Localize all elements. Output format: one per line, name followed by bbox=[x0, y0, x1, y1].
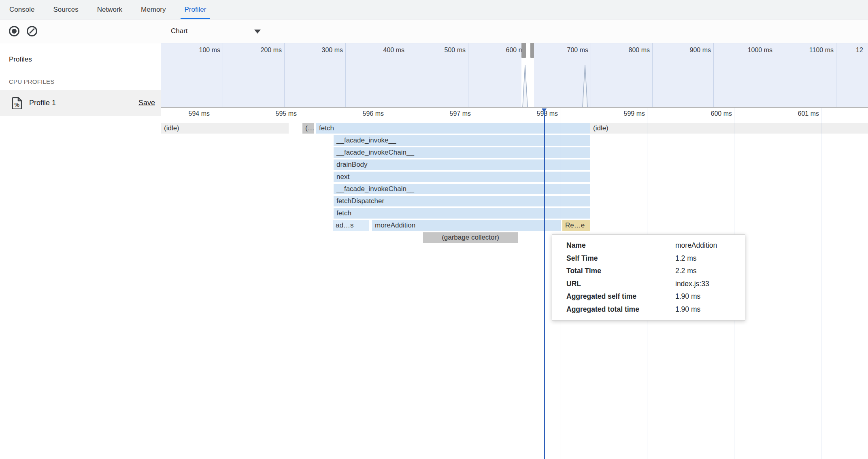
tab-network[interactable]: Network bbox=[93, 0, 126, 19]
cpu-activity-spike bbox=[522, 64, 528, 108]
ruler-tick-label: 594 ms bbox=[161, 110, 210, 117]
playhead-line bbox=[544, 108, 545, 459]
svg-text:%: % bbox=[15, 102, 20, 108]
flame-frame[interactable]: __facade_invoke__ bbox=[334, 135, 590, 146]
profile-list-item[interactable]: % Profile 1 Save bbox=[0, 90, 161, 116]
tooltip-row: Total Time2.2 ms bbox=[566, 265, 745, 278]
view-mode-dropdown[interactable]: Chart bbox=[171, 25, 264, 37]
playhead-marker-icon bbox=[542, 108, 547, 113]
profiles-sidebar: Profiles CPU PROFILES % Profile 1 Save bbox=[0, 19, 161, 459]
flame-gridline bbox=[386, 108, 386, 459]
overview-gridline bbox=[223, 43, 223, 107]
flame-frame[interactable]: (idle) bbox=[590, 123, 868, 134]
overview-tick-label: 900 ms bbox=[666, 47, 711, 54]
flame-frame[interactable]: drainBody bbox=[334, 159, 590, 170]
tooltip-row-value: 1.90 ms bbox=[675, 303, 745, 316]
tab-profiler[interactable]: Profiler bbox=[181, 0, 211, 19]
tooltip-row-label: Aggregated total time bbox=[566, 303, 675, 316]
profiler-main-panel: Chart 100 ms200 ms300 ms400 ms500 ms600 … bbox=[161, 19, 868, 459]
tab-console[interactable]: Console bbox=[5, 0, 38, 19]
overview-gridline bbox=[284, 43, 285, 107]
tooltip-row: Aggregated total time1.90 ms bbox=[566, 303, 745, 316]
overview-tick-label: 600 ms bbox=[483, 47, 527, 54]
frame-tooltip: NamemoreAdditionSelf Time1.2 msTotal Tim… bbox=[552, 234, 745, 321]
cpu-profiles-section-label: CPU PROFILES bbox=[9, 78, 161, 85]
flame-chart: 594 ms595 ms596 ms597 ms598 ms599 ms600 … bbox=[161, 108, 868, 459]
tooltip-row-label: Name bbox=[566, 239, 675, 252]
overview-tick-label: 700 ms bbox=[544, 47, 588, 54]
cpu-activity-spike bbox=[582, 64, 588, 108]
overview-gridline bbox=[713, 43, 714, 107]
tooltip-row-value: index.js:33 bbox=[675, 278, 745, 291]
overview-selection-handle-right[interactable] bbox=[530, 43, 534, 58]
tooltip-row-label: Total Time bbox=[566, 265, 675, 278]
view-toolbar: Chart bbox=[161, 19, 868, 43]
overview-gridline bbox=[468, 43, 468, 107]
profiles-title: Profiles bbox=[9, 55, 161, 64]
flame-frame[interactable]: __facade_invokeChain__ bbox=[334, 147, 590, 158]
ruler-tick-label: 599 ms bbox=[596, 110, 645, 117]
flame-frame[interactable]: Re…e bbox=[562, 220, 590, 231]
flame-frame[interactable]: next bbox=[334, 172, 590, 182]
record-icon[interactable] bbox=[9, 26, 19, 36]
overview-tick-label: 500 ms bbox=[421, 47, 466, 54]
tab-sources[interactable]: Sources bbox=[49, 0, 82, 19]
overview-tick-label: 800 ms bbox=[605, 47, 650, 54]
flame-frame[interactable]: moreAddition bbox=[372, 220, 561, 231]
flame-frame[interactable]: fetch bbox=[316, 123, 590, 134]
flame-gridline bbox=[212, 108, 212, 459]
flame-gridline bbox=[299, 108, 299, 459]
flame-frame[interactable]: (idle) bbox=[161, 123, 289, 134]
ruler-tick-label: 601 ms bbox=[770, 110, 819, 117]
overview-gridline bbox=[652, 43, 653, 107]
tooltip-row: NamemoreAddition bbox=[566, 239, 745, 252]
overview-gridline bbox=[775, 43, 775, 107]
tooltip-row-value: 1.90 ms bbox=[675, 290, 745, 303]
ruler-tick-label: 597 ms bbox=[422, 110, 471, 117]
tooltip-row-value: moreAddition bbox=[675, 239, 745, 252]
tooltip-row: URLindex.js:33 bbox=[566, 278, 745, 291]
save-profile-link[interactable]: Save bbox=[138, 99, 155, 107]
flame-frame[interactable]: (… bbox=[302, 123, 314, 134]
clear-icon[interactable] bbox=[27, 26, 37, 36]
overview-tick-label-clipped: 12 bbox=[856, 47, 863, 54]
ruler-tick-label: 595 ms bbox=[248, 110, 297, 117]
tooltip-row-label: Aggregated self time bbox=[566, 290, 675, 303]
flame-frame[interactable]: fetch bbox=[334, 208, 590, 219]
view-mode-label: Chart bbox=[171, 27, 188, 35]
flame-gridline bbox=[473, 108, 473, 459]
ruler-tick-label: 596 ms bbox=[335, 110, 384, 117]
tooltip-row: Aggregated self time1.90 ms bbox=[566, 290, 745, 303]
tooltip-row-label: Self Time bbox=[566, 252, 675, 265]
overview-tick-label: 1000 ms bbox=[728, 47, 772, 54]
tooltip-row: Self Time1.2 ms bbox=[566, 252, 745, 265]
overview-gridline bbox=[345, 43, 346, 107]
overview-gridline bbox=[591, 43, 591, 107]
flame-frame[interactable]: fetchDispatcher bbox=[334, 196, 590, 206]
overview-tick-label: 1100 ms bbox=[789, 47, 834, 54]
flame-frame[interactable]: ad…s bbox=[333, 220, 369, 231]
overview-tick-label: 300 ms bbox=[298, 47, 343, 54]
devtools-tab-bar: ConsoleSourcesNetworkMemoryProfiler bbox=[0, 0, 868, 19]
overview-tick-label: 100 ms bbox=[176, 47, 220, 54]
ruler-tick-label: 600 ms bbox=[683, 110, 732, 117]
flame-frame[interactable]: __facade_invokeChain__ bbox=[334, 184, 590, 194]
percent-document-icon: % bbox=[12, 97, 23, 109]
tooltip-row-value: 2.2 ms bbox=[675, 265, 745, 278]
profiler-toolbar bbox=[0, 19, 161, 43]
flame-frame[interactable]: (garbage collector) bbox=[423, 232, 518, 243]
chevron-down-icon bbox=[254, 30, 261, 34]
ruler-tick-label: 598 ms bbox=[509, 110, 558, 117]
overview-tick-label: 400 ms bbox=[360, 47, 404, 54]
overview-tick-label: 200 ms bbox=[237, 47, 282, 54]
timeline-overview[interactable]: 100 ms200 ms300 ms400 ms500 ms600 ms700 … bbox=[161, 43, 868, 108]
profile-name: Profile 1 bbox=[29, 99, 132, 107]
tooltip-row-value: 1.2 ms bbox=[675, 252, 745, 265]
tooltip-row-label: URL bbox=[566, 278, 675, 291]
overview-selection-handle-left[interactable] bbox=[521, 43, 526, 58]
overview-gridline bbox=[836, 43, 836, 107]
tab-memory[interactable]: Memory bbox=[137, 0, 170, 19]
flame-gridline bbox=[821, 108, 821, 459]
overview-gridline bbox=[407, 43, 407, 107]
